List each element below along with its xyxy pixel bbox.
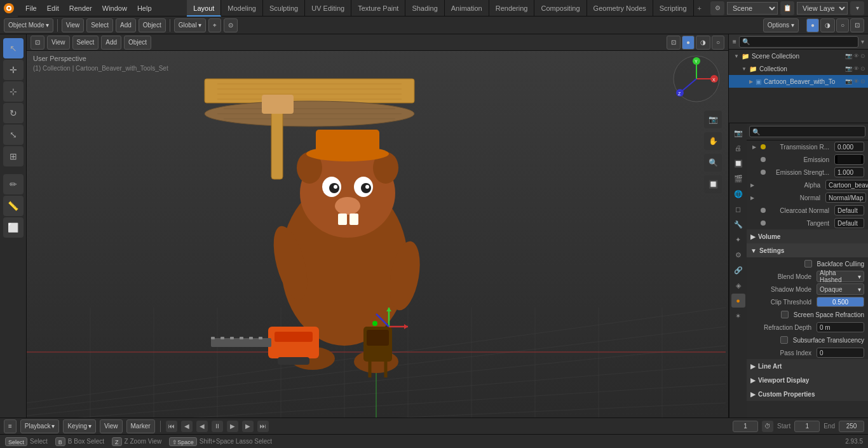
- hand-tool-btn[interactable]: ✋: [704, 132, 722, 150]
- view-layer-selector[interactable]: View Layer: [797, 2, 848, 15]
- snap-button[interactable]: ⌖: [208, 18, 221, 32]
- keying-button[interactable]: Keying ▾: [63, 419, 96, 433]
- jump-end-btn[interactable]: ⏭: [257, 421, 269, 432]
- emission-dot[interactable]: [761, 157, 766, 162]
- prop-scene-icon[interactable]: 🎬: [731, 172, 745, 186]
- ssr-checkbox[interactable]: [781, 311, 789, 318]
- stop-btn[interactable]: ⏸: [212, 421, 223, 432]
- camera-view-btn[interactable]: 📷: [704, 111, 722, 128]
- prop-view-layer-icon[interactable]: 🔲: [731, 156, 745, 170]
- transmission-dot[interactable]: [761, 144, 766, 149]
- frame-time-btn[interactable]: ⏱: [762, 421, 773, 432]
- pass-index-value[interactable]: 0: [817, 348, 864, 358]
- timeline-menu-icon[interactable]: ≡: [4, 419, 17, 433]
- tab-compositing[interactable]: Compositing: [534, 0, 587, 17]
- prop-material-icon[interactable]: ●: [731, 294, 745, 308]
- tangent-dot[interactable]: [761, 221, 766, 226]
- play-btn[interactable]: ▶: [227, 421, 238, 432]
- viewport-header-select[interactable]: Select: [72, 36, 99, 50]
- viewport-header-object[interactable]: Object: [124, 36, 151, 50]
- move-tool[interactable]: ⊹: [3, 81, 24, 102]
- prop-output-icon[interactable]: 🖨: [731, 141, 745, 155]
- transform-tool[interactable]: ⊞: [3, 146, 24, 166]
- tab-scripting[interactable]: Scripting: [653, 0, 694, 17]
- global-button[interactable]: Global ▾: [174, 18, 206, 32]
- menu-window[interactable]: Window: [97, 0, 132, 17]
- outliner-search[interactable]: [739, 36, 858, 48]
- zoom-btn[interactable]: 🔍: [704, 154, 722, 172]
- playback-button[interactable]: Playback ▾: [20, 419, 60, 433]
- emission-value[interactable]: [834, 154, 864, 165]
- outliner-scene-collection[interactable]: ▼ 📁 Scene Collection 📷 👁 ⊙: [729, 50, 868, 62]
- object-menu[interactable]: Object: [139, 18, 166, 32]
- viewport-shading-solid[interactable]: ●: [806, 18, 819, 32]
- jump-start-btn[interactable]: ⏮: [166, 421, 177, 432]
- prop-constraints-icon[interactable]: 🔗: [731, 263, 745, 277]
- viewport-header-add[interactable]: Add: [101, 36, 121, 50]
- next-frame-btn[interactable]: ▶: [242, 421, 254, 432]
- vp-render-btn[interactable]: ○: [712, 36, 724, 50]
- proportional-edit-button[interactable]: ⊙: [224, 18, 238, 32]
- shadow-mode-dropdown[interactable]: Opaque ▾: [817, 283, 864, 295]
- tab-modeling[interactable]: Modeling: [221, 0, 263, 17]
- tab-rendering[interactable]: Rendering: [489, 0, 535, 17]
- vp-wire-btn[interactable]: ⊡: [667, 36, 681, 50]
- scene-selector[interactable]: Scene: [727, 2, 778, 15]
- tab-uv-editing[interactable]: UV Editing: [305, 0, 351, 17]
- prop-render-icon[interactable]: 📷: [731, 126, 745, 140]
- current-frame-input[interactable]: 1: [733, 421, 758, 432]
- add-menu[interactable]: Add: [116, 18, 136, 32]
- properties-search-input[interactable]: [749, 126, 865, 137]
- viewport-shading-material[interactable]: ◑: [820, 18, 835, 32]
- settings-section-header[interactable]: ▼ Settings: [747, 243, 868, 257]
- scale-tool[interactable]: ⤡: [3, 125, 24, 145]
- col-camera-btn[interactable]: 📷: [845, 65, 852, 72]
- clip-threshold-slider[interactable]: 0.500: [817, 297, 864, 307]
- normal-expand[interactable]: ▶: [750, 194, 754, 201]
- prop-shader-fx-icon[interactable]: ✶: [731, 309, 745, 323]
- select-menu[interactable]: Select: [86, 18, 113, 32]
- tab-geometry-nodes[interactable]: Geometry Nodes: [587, 0, 653, 17]
- viewport-header-mode[interactable]: ⊡: [31, 36, 44, 50]
- emission-expand[interactable]: [750, 156, 758, 163]
- navigation-gizmo[interactable]: X Y Z: [671, 53, 722, 104]
- add-workspace-button[interactable]: +: [694, 0, 705, 17]
- alpha-value[interactable]: Cartoon_beaver_Re...: [825, 180, 868, 190]
- rotate-tool[interactable]: ↻: [3, 103, 24, 123]
- viewport-shading-rendered[interactable]: ○: [836, 18, 849, 32]
- prop-modifier-icon[interactable]: 🔧: [731, 217, 745, 231]
- tab-layout[interactable]: Layout: [187, 0, 221, 17]
- tangent-expand[interactable]: [750, 219, 758, 227]
- prev-frame-btn[interactable]: ◀: [181, 421, 193, 432]
- filter-icon[interactable]: ▾: [850, 1, 864, 15]
- line-art-section-header[interactable]: ▶ Line Art: [747, 359, 868, 373]
- col-hide-btn[interactable]: 👁: [853, 65, 859, 72]
- tab-texture-paint[interactable]: Texture Paint: [351, 0, 405, 17]
- play-reverse-btn[interactable]: ◀: [196, 421, 208, 432]
- tab-animation[interactable]: Animation: [445, 0, 489, 17]
- viewport[interactable]: ⊡ View Select Add Object ⊡ ● ◑ ○ User Pe…: [27, 34, 728, 417]
- annotate-tool[interactable]: ✏: [3, 174, 24, 194]
- select-tool[interactable]: ↖: [3, 38, 24, 58]
- measure-tool[interactable]: 📏: [3, 196, 24, 216]
- prop-world-icon[interactable]: 🌐: [731, 187, 745, 201]
- tangent-value[interactable]: Default: [834, 218, 864, 228]
- viewport-display-section-header[interactable]: ▶ Viewport Display: [747, 373, 868, 387]
- scene-col-camera-btn[interactable]: 📷: [845, 53, 852, 59]
- blend-mode-dropdown[interactable]: Alpha Hashed ▾: [817, 271, 864, 282]
- view-menu[interactable]: View: [62, 18, 85, 32]
- menu-help[interactable]: Help: [132, 0, 157, 17]
- emission-strength-value[interactable]: 1.000: [834, 167, 864, 177]
- viewport-header-view[interactable]: View: [47, 36, 70, 50]
- tab-sculpting[interactable]: Sculpting: [263, 0, 305, 17]
- scene-col-select-btn[interactable]: ⊙: [860, 53, 865, 59]
- normal-value[interactable]: Normal/Map: [825, 193, 866, 203]
- backface-culling-checkbox[interactable]: [804, 260, 812, 268]
- sst-checkbox[interactable]: [780, 336, 788, 344]
- scene-col-hide-btn[interactable]: 👁: [853, 53, 859, 59]
- vp-lp-btn[interactable]: ◑: [696, 36, 710, 50]
- tab-shading[interactable]: Shading: [405, 0, 444, 17]
- volume-section-header[interactable]: ▶ Volume: [747, 229, 868, 243]
- transmission-expand[interactable]: ▶: [750, 143, 758, 151]
- beaver-hide-btn[interactable]: 👁: [853, 78, 859, 85]
